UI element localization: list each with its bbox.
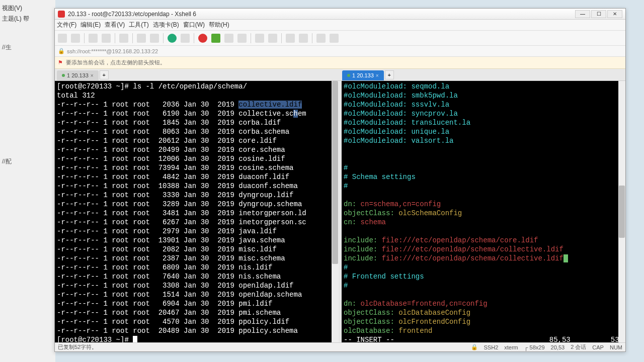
close-tab-icon[interactable]: ×: [376, 73, 379, 78]
status-term: xterm: [504, 344, 518, 350]
menu-item[interactable]: 窗口(W): [183, 21, 205, 29]
tab-strip: 1 20.133 × + 1 20.133 × +: [55, 69, 625, 81]
menu-item[interactable]: 文件(F): [57, 21, 76, 29]
status-size: ┌ 58x29: [524, 344, 545, 350]
edit-icon[interactable]: [268, 34, 277, 43]
play-icon[interactable]: [211, 34, 220, 43]
close-button[interactable]: ✕: [607, 10, 622, 18]
disconnect-icon[interactable]: [102, 34, 111, 43]
tile-icon[interactable]: [286, 34, 295, 43]
status-sessions: 2 会话: [571, 343, 586, 351]
record-icon[interactable]: [198, 34, 207, 43]
terminal-right[interactable]: #olcModuleload: seqmod.la#olcModuleload:…: [342, 81, 625, 342]
background-editor: 视图(V) 主题(L) 帮 //生 //配: [0, 0, 55, 362]
new-tab-button[interactable]: +: [385, 70, 394, 79]
xshell-window: 20.133 - root@c720133:/etc/openldap - Xs…: [54, 8, 626, 352]
menu-item[interactable]: 查看(V): [105, 21, 125, 29]
scrollbar[interactable]: [618, 81, 625, 342]
tab-left[interactable]: 1 20.133 ×: [57, 70, 99, 80]
paste-icon[interactable]: [150, 34, 159, 43]
titlebar[interactable]: 20.133 - root@c720133:/etc/openldap - Xs…: [55, 9, 625, 20]
status-num: NUM: [610, 344, 622, 350]
status-ip: 20,53: [551, 344, 565, 350]
lock-icon[interactable]: [237, 34, 247, 43]
status-ssh: SSH2: [484, 344, 499, 350]
open-icon[interactable]: [71, 34, 80, 43]
status-dot-icon: [347, 74, 350, 77]
tab-right[interactable]: 1 20.133 ×: [342, 70, 384, 80]
flag-icon: ⚑: [58, 59, 63, 66]
maximize-button[interactable]: ☐: [591, 10, 606, 18]
copy-icon[interactable]: [119, 34, 128, 43]
terminal-left[interactable]: [root@c720133 ~]# ls -l /etc/openldap/sc…: [55, 81, 342, 342]
scrollbar[interactable]: [332, 81, 339, 342]
help-icon[interactable]: [316, 34, 326, 43]
lock-icon: 🔒: [58, 48, 65, 54]
menu-item[interactable]: 帮助(H): [209, 21, 229, 29]
address-text: ssh://root:*******@192.168.20.133:22: [67, 48, 158, 54]
reconnect-icon[interactable]: [89, 34, 98, 43]
lock-icon: 🔒: [471, 344, 478, 350]
new-icon[interactable]: [58, 34, 67, 43]
status-bar: 已复制52字符。 🔒 SSH2 xterm ┌ 58x29 20,53 2 会话…: [55, 342, 625, 351]
color-icon[interactable]: [168, 34, 177, 43]
hint-bar: ⚑ 要添加当前会话，点击左侧的箭头按钮。: [55, 57, 625, 69]
window-title: 20.133 - root@c720133:/etc/openldap - Xs…: [68, 11, 575, 18]
layout-icon[interactable]: [299, 34, 308, 43]
new-tab-button[interactable]: +: [100, 70, 109, 79]
status-cap: CAP: [592, 344, 604, 350]
status-message: 已复制52字符。: [58, 343, 97, 351]
menu-item[interactable]: 选项卡(B): [153, 21, 179, 29]
toolbar: [55, 31, 625, 46]
find-icon[interactable]: [137, 34, 146, 43]
app-icon: [58, 11, 65, 18]
transfer-icon[interactable]: [255, 34, 264, 43]
menubar: 文件(F)编辑(E)查看(V)工具(T)选项卡(B)窗口(W)帮助(H): [55, 20, 625, 31]
menu-item[interactable]: 编辑(E): [80, 21, 101, 29]
menu-item[interactable]: 工具(T): [129, 21, 148, 29]
font-icon[interactable]: [181, 34, 190, 43]
close-tab-icon[interactable]: ×: [91, 73, 94, 78]
address-bar[interactable]: 🔒 ssh://root:*******@192.168.20.133:22: [55, 46, 625, 57]
hint-text: 要添加当前会话，点击左侧的箭头按钮。: [66, 59, 166, 66]
fullscreen-icon[interactable]: [224, 34, 233, 43]
status-dot-icon: [62, 74, 65, 77]
minimize-button[interactable]: —: [575, 10, 590, 18]
chat-icon[interactable]: [330, 34, 339, 43]
